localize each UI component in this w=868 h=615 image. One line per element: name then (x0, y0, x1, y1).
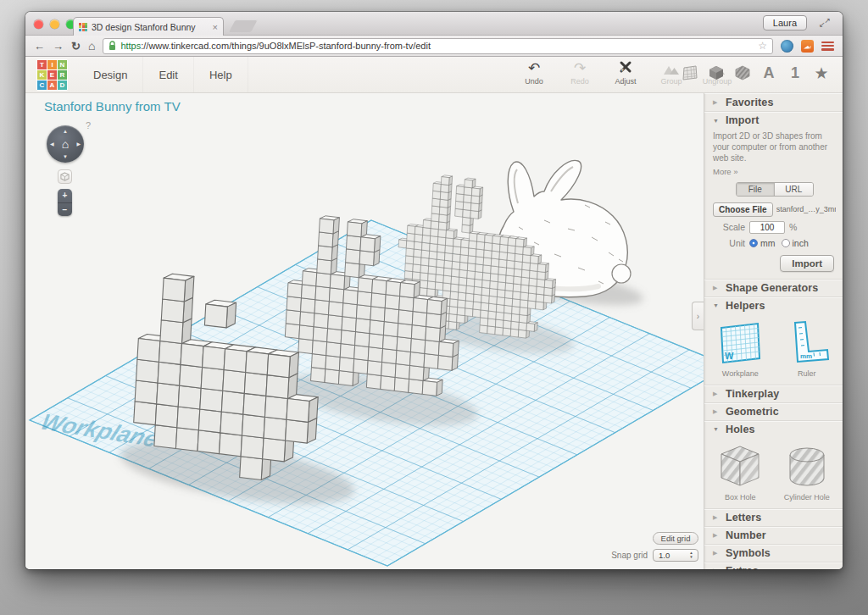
sidebar-section-helpers[interactable]: ▼ Helpers (704, 296, 843, 314)
rotate-right-icon[interactable]: ▶ (76, 141, 81, 147)
menu-edit[interactable]: Edit (143, 57, 193, 92)
box-hole-shape[interactable]: Box Hole (709, 443, 771, 501)
menu-help[interactable]: Help (194, 57, 248, 92)
rotate-up-icon[interactable]: ▲ (63, 129, 68, 134)
sidebar-section-geometric[interactable]: ▶ Geometric (704, 402, 843, 420)
ruler-badge: mm (800, 352, 812, 360)
chrome-menu-icon[interactable] (821, 42, 834, 51)
chevron-expanded-icon: ▼ (713, 302, 720, 308)
favorites-category-icon[interactable]: ★ (812, 64, 831, 82)
fullscreen-icon[interactable]: ↗ ↙ (819, 17, 831, 29)
reload-button[interactable]: ↻ (71, 41, 81, 52)
sidebar-collapse-button[interactable]: › (692, 302, 704, 330)
adjust-button[interactable]: ▾ Adjust (609, 60, 643, 86)
workplane-helper[interactable]: W Workplane (709, 319, 771, 378)
sidebar-section-holes[interactable]: ▼ Holes (704, 420, 843, 438)
back-button[interactable]: ← (34, 41, 45, 52)
import-source-toggle: File URL (736, 182, 814, 197)
import-button[interactable]: Import (780, 255, 834, 272)
snap-grid-select[interactable]: 1.0 ▲ ▼ (653, 549, 698, 562)
file-picker-row: Choose File stanford_…y_3mm.stl (713, 202, 836, 217)
extension-globe-icon[interactable] (781, 40, 793, 53)
rotate-left-icon[interactable]: ◀ (50, 141, 54, 147)
choose-file-button[interactable]: Choose File (713, 202, 773, 217)
help-icon[interactable]: ? (86, 120, 91, 130)
url-tab[interactable]: URL (774, 183, 813, 196)
chevron-collapsed-icon: ▶ (713, 568, 720, 569)
workplane-category-icon[interactable] (681, 64, 699, 82)
unit-inch-radio[interactable] (782, 239, 790, 247)
chevron-collapsed-icon: ▶ (713, 408, 720, 415)
url-bar[interactable]: https://www.tinkercad.com/things/9uO8lxM… (103, 38, 773, 54)
cylinder-hole-shape[interactable]: Cylinder Hole (776, 443, 838, 501)
rotate-down-icon[interactable]: ▼ (63, 154, 68, 159)
main-area: Workplane Stanford Bunny from TV ? (25, 93, 843, 569)
https-lock-icon (108, 41, 116, 51)
box-hole-icon (716, 443, 764, 490)
hole-shapes-category-icon[interactable] (733, 64, 752, 82)
expand-ne-arrow-icon: ↗ (824, 17, 831, 25)
adjust-label: Adjust (615, 77, 636, 86)
section-label: Helpers (726, 300, 765, 312)
sidebar-section-shape-generators[interactable]: ▶ Shape Generators (704, 279, 843, 296)
view-navigation-pad[interactable]: ▲ ▼ ◀ ▶ ⌂ (47, 125, 84, 163)
close-window-button[interactable] (34, 19, 43, 29)
solid-shapes-category-icon[interactable] (707, 64, 726, 82)
cylinder-hole-icon (783, 443, 831, 490)
tinkercad-logo[interactable]: TINKERCAD (36, 59, 68, 91)
url-scheme: https (120, 41, 141, 51)
section-label: Symbols (726, 547, 771, 559)
scale-row: Scale % (713, 221, 836, 234)
undo-icon: ↶ (528, 60, 540, 77)
shape-category-icons: A 1 ★ (681, 64, 831, 82)
menu-design[interactable]: Design (78, 57, 143, 92)
unit-inch-label: inch (793, 238, 809, 248)
sidebar-section-symbols[interactable]: ▶ Symbols (704, 544, 843, 562)
new-tab-button[interactable] (229, 19, 258, 32)
3d-viewport[interactable]: Workplane Stanford Bunny from TV ? (25, 93, 704, 569)
sidebar-section-number[interactable]: ▶ Number (704, 526, 843, 544)
zoom-in-button[interactable]: + (58, 189, 72, 203)
number-category-icon[interactable]: 1 (786, 64, 804, 82)
browser-tab[interactable]: 3D design Stanford Bunny × (73, 17, 224, 36)
browser-titlebar: 3D design Stanford Bunny × Laura ↗ ↙ (25, 12, 843, 36)
ruler-helper[interactable]: mm Ruler (776, 319, 838, 378)
shapes-sidebar: ▶ Favorites ▼ Import Import 2D or 3D sha… (704, 93, 843, 569)
unit-mm-radio[interactable] (749, 239, 758, 247)
browser-window: 3D design Stanford Bunny × Laura ↗ ↙ ← →… (25, 12, 843, 569)
chevron-collapsed-icon: ▶ (713, 532, 720, 539)
minimize-window-button[interactable] (50, 19, 59, 29)
zoom-controls[interactable]: + − (58, 189, 72, 216)
sidebar-section-tinkerplay[interactable]: ▶ Tinkerplay (704, 385, 843, 402)
chevron-collapsed-icon: ▶ (713, 550, 720, 557)
chevron-expanded-icon: ▼ (713, 118, 720, 124)
sidebar-section-favorites[interactable]: ▶ Favorites (704, 93, 843, 111)
letters-category-icon[interactable]: A (760, 64, 778, 82)
view-mode-button[interactable] (58, 169, 72, 184)
edit-grid-button[interactable]: Edit grid (653, 532, 698, 545)
sidebar-section-import[interactable]: ▼ Import (704, 111, 843, 129)
chevron-collapsed-icon: ▶ (713, 514, 720, 521)
view-cube-icon (60, 172, 70, 181)
unit-mm-label: mm (760, 238, 776, 248)
redo-button[interactable]: ↷ Redo (563, 60, 597, 86)
sidebar-section-extras[interactable]: ▶ Extras (704, 562, 843, 569)
section-label: Extras (726, 565, 759, 569)
home-button[interactable]: ⌂ (88, 40, 95, 52)
undo-button[interactable]: ↶ Undo (517, 60, 551, 86)
tinkercad-favicon-icon (79, 23, 87, 31)
tab-close-icon[interactable]: × (213, 22, 218, 32)
scale-input[interactable] (749, 221, 785, 234)
zoom-out-button[interactable]: − (58, 203, 72, 217)
shape-caption: Box Hole (725, 493, 756, 501)
sidebar-section-letters[interactable]: ▶ Letters (704, 508, 843, 526)
stepper-icon: ▲ ▼ (687, 551, 696, 560)
extension-analytics-icon[interactable] (801, 40, 814, 53)
home-view-icon[interactable]: ⌂ (62, 141, 69, 147)
profile-button[interactable]: Laura (763, 15, 807, 30)
section-label: Import (726, 114, 760, 126)
file-tab[interactable]: File (737, 183, 775, 196)
forward-button[interactable]: → (53, 41, 64, 52)
import-more-link[interactable]: More » (713, 167, 836, 176)
bookmark-star-icon[interactable]: ☆ (758, 40, 767, 52)
